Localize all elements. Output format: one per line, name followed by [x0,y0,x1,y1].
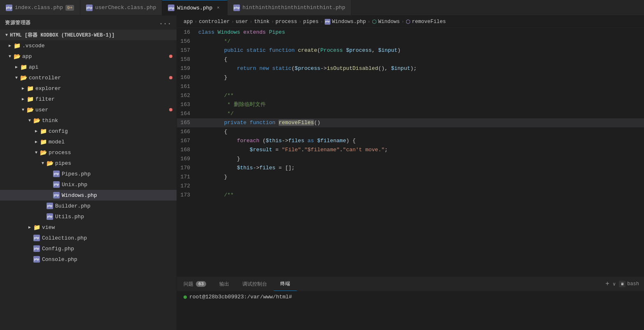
php-file-icon: php [53,170,60,178]
tab-close-button[interactable]: × [215,5,221,11]
breadcrumb-method-icon: ⬡ [406,18,410,25]
code-line-158: 158 { [177,55,644,64]
php-icon: php [168,5,174,11]
breadcrumb-sep: › [231,19,234,24]
breadcrumb-app[interactable]: app [184,19,193,25]
tab-windows[interactable]: php Windows.php × [162,0,228,15]
code-line-166: 166 { [177,127,644,136]
sidebar-item-think[interactable]: ▼ 📂 think [0,115,177,126]
sidebar-item-config-php[interactable]: ▶ php Config.php [0,243,177,254]
sidebar-more-button[interactable]: ... [159,19,172,26]
sidebar-item-builder-php[interactable]: ▶ php Builder.php [0,201,177,211]
line-number: 163 [177,100,197,109]
folder-icon: 📂 [46,159,53,167]
panel-right-controls: + ∨ 🖥 bash [605,277,644,291]
panel-tab-debug[interactable]: 调试控制台 [236,277,274,291]
sidebar-item-windows-php[interactable]: ▶ php Windows.php [0,190,177,201]
breadcrumb-class[interactable]: Windows [378,19,400,25]
sidebar-item-view[interactable]: ▶ 📁 view [0,222,177,233]
breadcrumb-pipes[interactable]: pipes [303,19,319,25]
bash-label: 🖥 bash [619,281,639,287]
folder-arrow: ▶ [33,138,40,145]
sidebar-tree: ▶ 📁 .vscode ▼ 📂 app ▶ 📁 api ▼ 📂 cont [0,40,177,330]
breadcrumb-controller[interactable]: controller [199,19,230,25]
line-number: 171 [177,173,197,182]
breadcrumb-method[interactable]: removeFiles [412,19,446,25]
tab-index-class[interactable]: php index.class.php 9+ [0,0,80,15]
folder-icon: 📁 [20,63,27,71]
sidebar: 资源管理器 ... ▼ HTML [容器 KODBOX (THELOVER3-W… [0,16,177,330]
sidebar-item-process[interactable]: ▼ 📂 process [0,147,177,158]
line-number: 165 [177,118,197,127]
split-terminal-button[interactable]: ∨ [613,281,616,287]
item-label: Console.php [42,256,177,263]
breadcrumb-user[interactable]: user [236,19,248,25]
item-label: Config.php [42,246,177,252]
sidebar-item-console-php[interactable]: ▶ php Console.php [0,254,177,265]
breadcrumb-think[interactable]: think [254,19,270,25]
panel-tab-terminal[interactable]: 终端 [274,277,297,291]
breadcrumb-process[interactable]: process [276,19,298,25]
new-terminal-button[interactable]: + [605,280,609,288]
item-label: model [49,139,177,145]
sidebar-item-filter[interactable]: ▶ 📁 filter [0,94,177,104]
folder-arrow: ▼ [7,53,13,60]
sidebar-item-vscode[interactable]: ▶ 📁 .vscode [0,40,177,51]
line-number: 156 [177,37,197,46]
panel-tab-output[interactable]: 输出 [213,277,236,291]
root-arrow: ▼ [3,32,10,38]
folder-icon: 📁 [26,95,34,103]
terminal-content[interactable]: root@128b3cb09923:/var/www/html# [177,291,644,330]
folder-icon: 📁 [33,224,40,231]
folder-arrow: ▶ [33,128,40,134]
line-content: return new static($process->isOutputDisa… [197,64,644,73]
panel-tab-problems[interactable]: 问题 63 [177,277,213,291]
tab-hinthint[interactable]: php hinthinthinthinthinthinthint.php [228,0,351,15]
sidebar-item-pipes-php[interactable]: ▶ php Pipes.php [0,168,177,179]
folder-icon: 📂 [40,149,47,156]
sidebar-item-pipes[interactable]: ▼ 📂 pipes [0,158,177,168]
tab-badge: 9+ [65,5,74,11]
code-scroll[interactable]: 16 class Windows extends Pipes 156 */ 15… [177,28,644,277]
line-number: 170 [177,164,197,173]
item-label: explorer [35,85,177,92]
sidebar-item-api[interactable]: ▶ 📁 api [0,62,177,72]
breadcrumb-windows-php[interactable]: Windows.php [332,19,366,25]
folder-arrow: ▶ [20,96,26,102]
item-label: think [42,118,177,124]
line-content: } [197,173,644,182]
breadcrumb-class-icon: ⬡ [372,18,377,25]
breadcrumb-sep: › [320,19,323,24]
tab-usercheck[interactable]: php userCheck.class.php [80,0,162,15]
sidebar-item-utils-php[interactable]: ▶ php Utils.php [0,211,177,222]
panel-tab-label: 问题 [184,281,193,288]
sidebar-item-model[interactable]: ▶ 📁 model [0,136,177,147]
item-label: app [22,53,169,60]
sidebar-item-collection-php[interactable]: ▶ php Collection.php [0,233,177,243]
php-file-icon: php [33,234,40,242]
sidebar-root[interactable]: ▼ HTML [容器 KODBOX (THELOVER3-WEB-1)] [0,30,177,40]
line-number: 167 [177,136,197,145]
code-line-16: 16 class Windows extends Pipes [177,28,644,37]
sidebar-item-config[interactable]: ▶ 📁 config [0,126,177,136]
line-content: * 删除临时文件 [197,100,644,109]
bash-icon: 🖥 [619,281,625,287]
folder-arrow: ▼ [26,117,33,124]
breadcrumb-sep: › [367,19,370,24]
breadcrumb-sep: › [250,19,253,24]
item-label: controller [29,75,169,81]
sidebar-item-explorer[interactable]: ▶ 📁 explorer [0,83,177,94]
sidebar-item-unix-php[interactable]: ▶ php Unix.php [0,179,177,190]
item-label: Builder.php [55,203,177,209]
php-file-icon: php [33,245,40,252]
tab-label: hinthinthinthinthinthinthint.php [242,5,345,11]
code-line-172: 172 [177,182,644,191]
line-content: foreach ($this->files as $filename) { [197,136,644,145]
sidebar-item-user[interactable]: ▼ 📂 user [0,104,177,115]
php-file-icon: php [53,181,60,188]
sidebar-item-controller[interactable]: ▼ 📂 controller [0,72,177,83]
folder-arrow: ▶ [13,64,20,70]
sidebar-item-app[interactable]: ▼ 📂 app [0,51,177,62]
item-label: view [42,224,177,231]
code-line-169: 169 } [177,155,644,164]
